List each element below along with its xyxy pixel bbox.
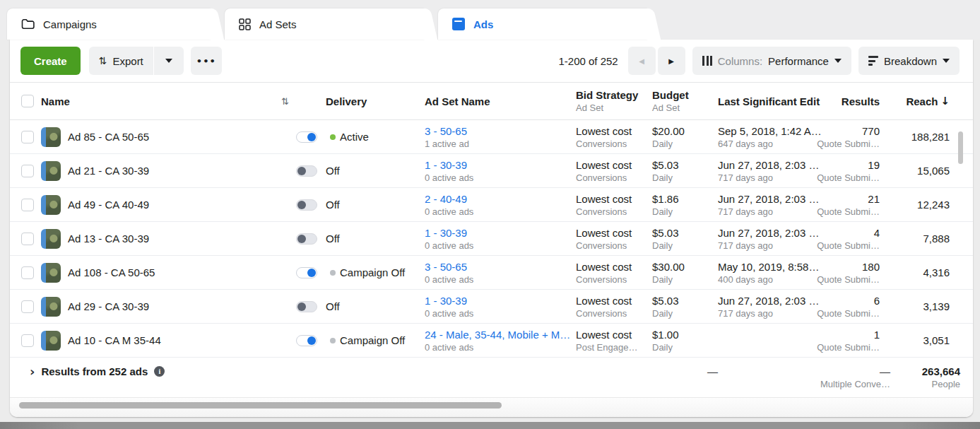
ad-thumbnail — [41, 127, 61, 147]
column-header-results[interactable]: Results — [834, 95, 880, 107]
ad-thumbnail — [41, 195, 61, 215]
ad-name[interactable]: Ad 21 - CA 30-39 — [68, 165, 149, 177]
export-label: Export — [112, 55, 143, 67]
results-total-sub: Multiple Conve… — [820, 379, 890, 389]
header-sub: Ad Set — [652, 102, 718, 113]
column-header-bid-strategy[interactable]: Bid Strategy Ad Set — [576, 89, 652, 113]
name-cell: Ad 13 - CA 30-39 — [21, 229, 296, 249]
tab-ads[interactable]: Ads — [438, 8, 647, 40]
adset-cell: 1 - 30-39 0 active ads — [425, 295, 576, 319]
column-header-name[interactable]: Name — [41, 95, 70, 107]
delivery-cell: Active — [296, 131, 425, 143]
expand-results-icon[interactable]: › — [30, 367, 35, 377]
tab-campaigns[interactable]: Campaigns — [7, 8, 211, 40]
budget-cell: $20.00 Daily — [652, 125, 718, 149]
grid-icon — [239, 18, 251, 30]
entity-tabbar: Campaigns Ad Sets Ads — [0, 0, 980, 40]
delivery-toggle[interactable] — [296, 233, 317, 245]
ad-name[interactable]: Ad 108 - CA 50-65 — [68, 266, 155, 278]
adset-cell: 1 - 30-39 0 active ads — [425, 227, 576, 251]
select-all-checkbox[interactable] — [21, 95, 34, 107]
export-button[interactable]: ⇅ Export — [89, 47, 153, 75]
columns-button[interactable]: Columns: Performance — [692, 47, 851, 75]
results-total: — — [880, 365, 890, 377]
row-checkbox[interactable] — [21, 233, 34, 245]
row-checkbox[interactable] — [21, 266, 34, 279]
adset-link[interactable]: 2 - 40-49 — [425, 193, 573, 205]
column-header-reach[interactable]: Reach ↓ — [880, 95, 950, 107]
pagination-label: 1-200 of 252 — [558, 55, 618, 67]
row-checkbox[interactable] — [21, 165, 34, 177]
delivery-cell: Off — [296, 199, 425, 211]
column-header-budget[interactable]: Budget Ad Set — [652, 89, 718, 113]
more-options-button[interactable]: ••• — [191, 47, 222, 75]
adset-subtext: 0 active ads — [425, 274, 576, 285]
delivery-status: Campaign Off — [340, 266, 405, 278]
row-checkbox[interactable] — [21, 300, 34, 313]
adset-link[interactable]: 1 - 30-39 — [425, 295, 573, 307]
reach-total: 263,664 — [922, 365, 960, 377]
adset-link[interactable]: 3 - 50-65 — [425, 125, 573, 137]
results-cell: 770 Quote Submi… — [834, 125, 880, 149]
reach-cell: 12,243 — [880, 199, 950, 211]
row-checkbox[interactable] — [21, 334, 34, 347]
adset-cell: 24 - Male, 35-44, Mobile + Mar… 0 active… — [425, 329, 576, 353]
export-dropdown-button[interactable] — [154, 47, 184, 75]
table-row: Ad 49 - CA 40-49 Off 2 - 40-49 0 active … — [10, 188, 973, 222]
budget-total-cell: — — [625, 365, 718, 377]
ad-thumbnail — [41, 263, 61, 283]
info-icon[interactable]: i — [154, 366, 165, 377]
delivery-toggle[interactable] — [296, 165, 317, 177]
delivery-toggle[interactable] — [296, 267, 317, 278]
adset-link[interactable]: 1 - 30-39 — [425, 227, 573, 239]
prev-page-button[interactable]: ◀ — [628, 47, 656, 75]
delivery-toggle[interactable] — [296, 301, 317, 312]
ad-name[interactable]: Ad 49 - CA 40-49 — [68, 199, 149, 211]
tab-ad-sets[interactable]: Ad Sets — [225, 8, 424, 40]
table-row: Ad 85 - CA 50-65 Active 3 - 50-65 1 acti… — [10, 120, 973, 154]
horizontal-scroll-zone — [10, 397, 973, 417]
ad-thumbnail — [41, 161, 61, 181]
row-checkbox[interactable] — [21, 131, 34, 143]
horizontal-scrollbar[interactable] — [19, 402, 502, 409]
delivery-toggle[interactable] — [296, 199, 317, 211]
adset-subtext: 0 active ads — [425, 206, 576, 217]
next-page-button[interactable]: ▶ — [658, 47, 685, 75]
delivery-toggle[interactable] — [296, 131, 317, 143]
adset-subtext: 0 active ads — [425, 240, 576, 251]
header-main: Budget — [652, 89, 718, 101]
ad-name[interactable]: Ad 10 - CA M 35-44 — [68, 334, 161, 346]
column-header-delivery[interactable]: Delivery — [296, 95, 425, 107]
name-cell: Ad 108 - CA 50-65 — [21, 263, 296, 283]
reach-cell: 7,888 — [880, 233, 950, 245]
columns-prefix: Columns: — [718, 55, 762, 67]
reach-cell: 3,139 — [880, 300, 950, 312]
row-checkbox[interactable] — [21, 199, 34, 211]
delivery-cell: Campaign Off — [296, 266, 425, 278]
adset-link[interactable]: 1 - 30-39 — [425, 159, 573, 171]
adset-cell: 3 - 50-65 0 active ads — [425, 261, 576, 285]
delivery-status: Off — [326, 199, 340, 211]
adset-link[interactable]: 3 - 50-65 — [425, 261, 573, 273]
tab-label: Ad Sets — [259, 18, 297, 30]
ellipsis-icon: ••• — [196, 56, 216, 66]
column-header-adset-name[interactable]: Ad Set Name — [425, 95, 576, 107]
column-header-last-edit[interactable]: Last Significant Edit — [718, 95, 834, 107]
ad-name[interactable]: Ad 85 - CA 50-65 — [68, 131, 149, 143]
reach-total-sub: People — [932, 379, 960, 389]
delivery-toggle[interactable] — [296, 335, 317, 346]
ad-name[interactable]: Ad 29 - CA 30-39 — [68, 300, 149, 312]
vertical-scrollbar[interactable] — [958, 131, 963, 164]
results-cell: 21 Quote Submi… — [834, 193, 880, 217]
results-cell: 180 Quote Submi… — [834, 261, 880, 285]
breakdown-button[interactable]: Breakdown — [858, 47, 960, 75]
bid-strategy-cell: Lowest cost Post Engage… — [576, 329, 652, 353]
sort-icon[interactable]: ⇅ — [281, 96, 289, 107]
table-row: Ad 10 - CA M 35-44 Campaign Off 24 - Mal… — [10, 324, 973, 358]
create-button[interactable]: Create — [20, 47, 81, 75]
header-sub: Ad Set — [576, 102, 652, 113]
adset-link[interactable]: 24 - Male, 35-44, Mobile + Mar… — [425, 329, 573, 341]
bid-strategy-cell: Lowest cost Conversions — [576, 295, 652, 319]
ad-name[interactable]: Ad 13 - CA 30-39 — [68, 233, 149, 245]
results-summary[interactable]: Results from 252 ads — [41, 365, 148, 377]
